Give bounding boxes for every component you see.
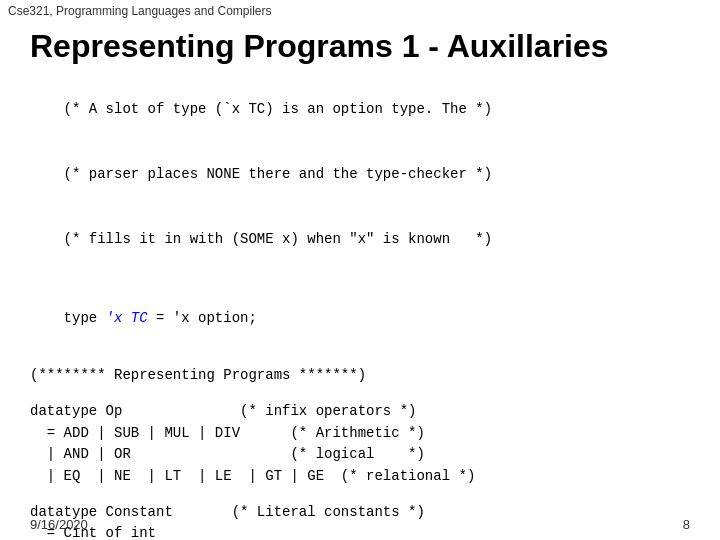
- comment-block-3: (* fills it in with (SOME x) when "x" is…: [30, 207, 690, 272]
- footer-date: 9/16/2020: [30, 517, 88, 532]
- footer: 9/16/2020 8: [30, 517, 690, 532]
- type-definition: type 'x TC = 'x option;: [30, 286, 690, 351]
- course-label: Cse321, Programming Languages and Compil…: [8, 4, 271, 18]
- datatype-op-add: = ADD | SUB | MUL | DIV (* Arithmetic *): [30, 423, 690, 445]
- datatype-op-header: datatype Op (* infix operators *): [30, 401, 690, 423]
- section-comment: (******** Representing Programs *******): [30, 365, 690, 387]
- footer-page: 8: [683, 517, 690, 532]
- comment-block-1: (* A slot of type (`x TC) is an option t…: [30, 77, 690, 142]
- op-comment: (* infix operators *): [240, 403, 416, 419]
- content-area: (* A slot of type (`x TC) is an option t…: [0, 75, 720, 540]
- comment-line2: (* parser places NONE there and the type…: [64, 166, 492, 182]
- arith-comment: (* Arithmetic *): [290, 425, 424, 441]
- logical-comment: (* logical *): [290, 446, 424, 462]
- datatype-op-and: | AND | OR (* logical *): [30, 444, 690, 466]
- top-bar: Cse321, Programming Languages and Compil…: [0, 0, 720, 22]
- comment-line3: (* fills it in with (SOME x) when "x" is…: [64, 231, 492, 247]
- relational-comment: (* relational *): [341, 468, 475, 484]
- comment-block-2: (* parser places NONE there and the type…: [30, 142, 690, 207]
- datatype-op-eq: | EQ | NE | LT | LE | GT | GE (* relatio…: [30, 466, 690, 488]
- type-name: 'x TC: [106, 310, 148, 326]
- page-title: Representing Programs 1 - Auxillaries: [0, 22, 720, 75]
- comment-line1: (* A slot of type (`x TC) is an option t…: [64, 101, 492, 117]
